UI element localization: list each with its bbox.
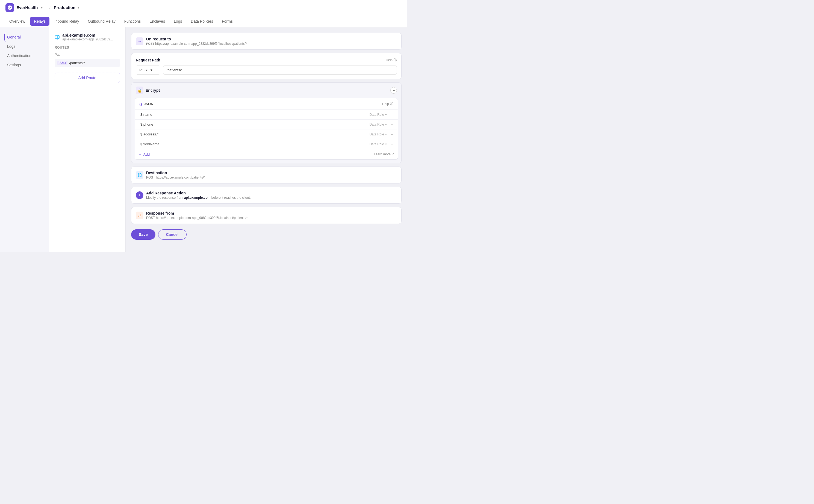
tab-outbound-relay[interactable]: Outbound Relay <box>84 17 119 26</box>
add-route-button[interactable]: Add Route <box>55 73 120 83</box>
response-from-subtitle: POST https://api-example-com-app_9882dc3… <box>146 216 247 220</box>
json-label: {} JSON <box>139 102 153 106</box>
routes-label: Routes <box>55 46 120 49</box>
on-request-card: → On request to POST https://api-example… <box>131 33 401 50</box>
tab-overview[interactable]: Overview <box>5 17 29 26</box>
method-chevron-icon: ▾ <box>150 68 152 72</box>
tab-bar: Overview Relays Inbound Relay Outbound R… <box>0 15 407 27</box>
request-path-card: Request Path Help ⓘ POST ▾ <box>131 53 401 79</box>
footer-actions: Save Cancel <box>131 228 401 241</box>
encrypt-icon: 🔒 <box>136 87 143 94</box>
field-row-address: Data Role ▾ − <box>135 129 398 139</box>
method-select[interactable]: POST ▾ <box>136 66 160 75</box>
data-role-chevron-icon-3: ▾ <box>385 132 387 136</box>
encrypt-collapse-button[interactable]: − <box>390 87 397 94</box>
on-request-subtitle: POST https://api-example-com-app_9882dc3… <box>146 42 247 46</box>
route-method-badge: POST <box>57 61 67 65</box>
field-remove-address[interactable]: − <box>389 132 394 137</box>
field-input-address[interactable] <box>138 129 363 139</box>
add-field-plus-icon: ＋ <box>138 152 142 157</box>
app-name: EverHealth <box>16 5 38 10</box>
sidebar-item-settings[interactable]: Settings <box>4 61 45 69</box>
destination-title: Destination <box>146 171 205 175</box>
add-response-api-name: api.example.com <box>184 196 211 200</box>
data-role-chevron-icon-4: ▾ <box>385 142 387 146</box>
learn-more-link[interactable]: Learn more ↗ <box>374 152 394 156</box>
encrypt-card: 🔒 Encrypt − {} JSON Help ⓘ <box>131 82 401 163</box>
relay-header: 🌐 api.example.com api-example-com-app_98… <box>55 33 120 41</box>
encrypt-body: {} JSON Help ⓘ Data Role ▾ <box>135 98 398 160</box>
field-divider <box>365 112 365 117</box>
add-field-row: ＋ Add Learn more ↗ <box>135 149 398 159</box>
field-remove-phone[interactable]: − <box>389 122 394 127</box>
destination-method: POST <box>146 176 155 179</box>
data-role-select-phone[interactable]: Data Role ▾ <box>367 120 389 129</box>
path-input[interactable] <box>163 66 397 75</box>
sidebar-item-logs[interactable]: Logs <box>4 42 45 51</box>
field-input-name[interactable] <box>138 110 363 119</box>
on-request-method: POST <box>146 42 154 45</box>
data-role-chevron-icon-2: ▾ <box>385 123 387 126</box>
relay-name: api.example.com <box>62 33 113 37</box>
field-remove-placeholder[interactable]: − <box>389 141 394 147</box>
request-path-help[interactable]: Help ⓘ <box>386 58 397 62</box>
main-layout: General Logs Authentication Settings 🌐 a… <box>0 27 407 252</box>
tab-logs[interactable]: Logs <box>170 17 186 26</box>
route-detail-panel: → On request to POST https://api-example… <box>126 27 407 252</box>
field-row-name: Data Role ▾ − <box>135 110 398 120</box>
tab-forms[interactable]: Forms <box>218 17 236 26</box>
data-role-select-address[interactable]: Data Role ▾ <box>367 130 389 138</box>
app-logo <box>5 3 14 12</box>
nav-separator: / <box>49 5 50 10</box>
route-item[interactable]: POST /patients/* <box>55 59 120 67</box>
on-request-title: On request to <box>146 37 247 41</box>
sidebar-item-authentication[interactable]: Authentication <box>4 51 45 60</box>
relay-id: api-example-com-app_9882dc39... <box>62 37 113 41</box>
external-link-icon: ↗ <box>392 152 394 156</box>
tab-relays[interactable]: Relays <box>30 17 49 26</box>
field-divider-2 <box>365 122 365 127</box>
data-role-select-name[interactable]: Data Role ▾ <box>367 111 389 119</box>
destination-url: https://api.example.com/patients/* <box>156 176 205 179</box>
tab-data-policies[interactable]: Data Policies <box>187 17 217 26</box>
response-from-title: Response from <box>146 211 247 215</box>
route-path: /patients/* <box>69 61 85 65</box>
env-chevron-icon[interactable]: ▾ <box>78 6 79 10</box>
app-chevron-icon[interactable]: ▾ <box>41 6 43 10</box>
add-response-title: Add Response Action <box>146 191 251 195</box>
response-from-icon: ⇄ <box>136 212 143 219</box>
data-role-select-placeholder[interactable]: Data Role ▾ <box>367 140 389 148</box>
add-response-desc: Modify the response from api.example.com… <box>146 196 251 200</box>
encrypt-title: Encrypt <box>146 88 160 93</box>
globe-icon: 🌐 <box>55 34 60 40</box>
encrypt-help[interactable]: Help ⓘ <box>382 102 393 106</box>
destination-icon: 🌐 <box>136 171 143 179</box>
field-input-phone[interactable] <box>138 120 363 129</box>
data-role-chevron-icon: ▾ <box>385 113 387 117</box>
relay-list-panel: 🌐 api.example.com api-example-com-app_98… <box>49 27 126 252</box>
tab-functions[interactable]: Functions <box>120 17 145 26</box>
field-divider-4 <box>365 141 365 147</box>
save-button[interactable]: Save <box>131 229 155 240</box>
field-row-phone: Data Role ▾ − <box>135 120 398 129</box>
on-request-url: https://api-example-com-app_9882dc399f6f… <box>155 42 247 46</box>
add-field-button[interactable]: ＋ Add <box>138 152 150 157</box>
field-divider-3 <box>365 132 365 137</box>
top-nav: EverHealth ▾ / Production ▾ <box>0 0 407 15</box>
tab-enclaves[interactable]: Enclaves <box>146 17 169 26</box>
cancel-button[interactable]: Cancel <box>158 229 186 240</box>
request-path-title: Request Path <box>136 58 160 62</box>
method-value: POST <box>139 68 149 72</box>
sidebar-item-general[interactable]: General <box>4 33 45 41</box>
response-from-card: ⇄ Response from POST https://api-example… <box>131 207 401 224</box>
response-from-method: POST <box>146 216 155 220</box>
route-path-label: Path <box>55 53 120 57</box>
tab-inbound-relay[interactable]: Inbound Relay <box>51 17 83 26</box>
add-response-card[interactable]: + Add Response Action Modify the respons… <box>131 187 401 204</box>
destination-card: 🌐 Destination POST https://api.example.c… <box>131 167 401 183</box>
on-request-icon: → <box>136 37 143 45</box>
destination-subtitle: POST https://api.example.com/patients/* <box>146 176 205 179</box>
left-sidebar: General Logs Authentication Settings <box>0 27 49 252</box>
field-remove-name[interactable]: − <box>389 112 394 117</box>
field-input-placeholder[interactable] <box>138 139 363 149</box>
